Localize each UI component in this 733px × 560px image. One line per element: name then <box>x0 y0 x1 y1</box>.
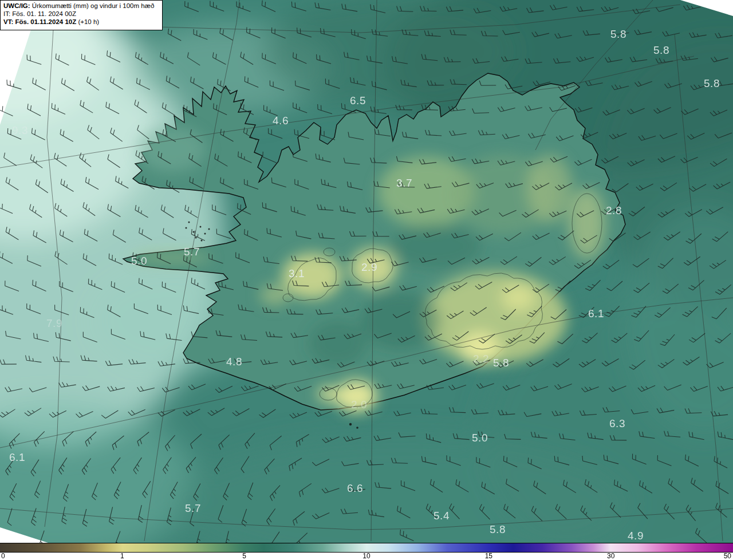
valid-time-bold: VT: Fös. 01.11.2024 10Z <box>3 18 76 25</box>
map-canvas <box>0 0 733 560</box>
colorbar-gradient <box>0 543 733 553</box>
valid-time-suffix: (+10 h) <box>76 18 99 25</box>
product-title: Úrkomumætti (mm) og vindur i 100m hæð <box>30 2 155 9</box>
colorbar-tick: 1 <box>120 553 124 560</box>
colorbar-tick: 50 <box>724 553 731 560</box>
precip-colorbar: 01510153050 <box>0 543 733 560</box>
colorbar-tick: 15 <box>485 553 492 560</box>
colorbar-tick: 0 <box>1 553 5 560</box>
title-box: UWC/IG: Úrkomumætti (mm) og vindur i 100… <box>0 0 163 30</box>
model-name: UWC/IG: <box>3 2 30 9</box>
colorbar-tick: 30 <box>607 553 614 560</box>
colorbar-tick: 5 <box>242 553 246 560</box>
title-line-product: UWC/IG: Úrkomumætti (mm) og vindur i 100… <box>3 2 159 10</box>
init-time-line: IT: Fös. 01. 11. 2024 00Z <box>3 10 159 18</box>
colorbar-tick: 10 <box>362 553 370 560</box>
colorbar-tick-labels: 01510153050 <box>0 553 733 560</box>
valid-time-line: VT: Fös. 01.11.2024 10Z (+10 h) <box>3 18 159 26</box>
weather-map: 9.35.85.85.86.54.63.72.85.75.02.93.16.17… <box>0 0 733 560</box>
